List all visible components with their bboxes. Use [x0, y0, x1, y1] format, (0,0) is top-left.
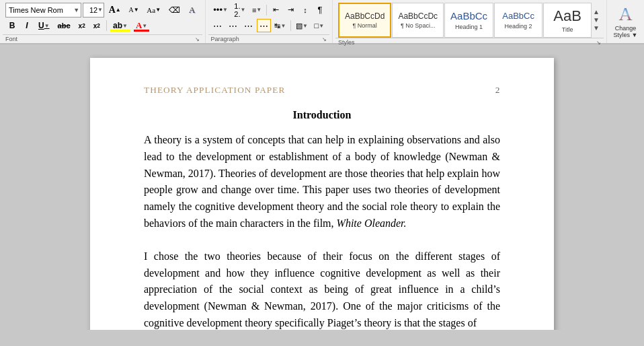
ribbon-main-row: Times New Rom ▼ 12 ▼ A▲ A▼ Aa▼ ⌫ A	[0, 0, 644, 43]
align-left-button[interactable]: ⋯	[211, 19, 225, 32]
styles-scroll-up[interactable]: ▲	[593, 9, 600, 15]
change-case-button[interactable]: Aa▼	[143, 3, 163, 18]
document-area: THEORY APPLICATION PAPER 2 Introduction …	[0, 44, 644, 330]
style-heading1[interactable]: AaBbCc Heading 1	[444, 3, 493, 38]
grow-font-button[interactable]: A▲	[106, 3, 124, 18]
italic-button[interactable]: I	[20, 19, 34, 32]
header-title: THEORY APPLICATION PAPER	[144, 85, 286, 96]
styles-arrows: ▲ ▼ ▼	[592, 7, 601, 33]
subscript-button[interactable]: x2	[75, 19, 89, 32]
paragraph-top-row: •••▼ 1.2.▼ ≡▼ ⇤ ⇥ ↕ ¶	[208, 0, 329, 18]
align-justify-button[interactable]: ⋯	[257, 19, 271, 32]
document-section-title: Introduction	[144, 109, 500, 121]
font-bottom-row: B I U▼ abc x2 x2 ab ▼ A ▼	[3, 18, 202, 34]
style-title-preview: AaB	[553, 7, 581, 25]
styles-group: AaBbCcDd ¶ Normal AaBbCcDc ¶ No Spaci...…	[333, 0, 606, 43]
font-name-box[interactable]: Times New Rom ▼	[5, 3, 81, 18]
style-no-spacing-label: ¶ No Spaci...	[401, 22, 435, 29]
borders-button[interactable]: □▼	[312, 19, 327, 32]
font-size-text: 12	[89, 6, 97, 14]
style-heading2[interactable]: AaBbCc Heading 2	[494, 3, 542, 38]
clear-formatting-button[interactable]: ⌫	[165, 3, 184, 18]
style-normal-preview: AaBbCcDd	[345, 11, 385, 21]
style-no-spacing[interactable]: AaBbCcDc ¶ No Spaci...	[392, 3, 444, 38]
styles-expand[interactable]: ▼	[593, 25, 600, 32]
styles-scroll-area: AaBbCcDd ¶ Normal AaBbCcDc ¶ No Spaci...…	[338, 3, 592, 38]
italic-film-title: White Oleander.	[337, 217, 407, 229]
align-right-button[interactable]: ⋯	[241, 19, 255, 32]
style-title-label: Title	[562, 26, 573, 33]
show-formatting-button[interactable]: ¶	[313, 3, 327, 17]
line-spacing-button[interactable]: ↹▼	[272, 19, 289, 32]
shading-button[interactable]: ▧▼	[293, 19, 311, 32]
divider3	[290, 20, 291, 31]
font-expand-icon[interactable]: ↘	[195, 36, 200, 42]
ribbon: Times New Rom ▼ 12 ▼ A▲ A▼ Aa▼ ⌫ A	[0, 0, 644, 44]
style-heading1-label: Heading 1	[455, 24, 483, 30]
style-normal[interactable]: AaBbCcDd ¶ Normal	[338, 3, 391, 38]
document-body: A theory is a system of concepts that ca…	[144, 132, 500, 330]
font-name-text: Times New Rom	[9, 6, 63, 14]
page-number: 2	[495, 85, 500, 96]
font-size-box[interactable]: 12 ▼	[83, 3, 104, 18]
increase-indent-button[interactable]: ⇥	[284, 3, 297, 17]
style-heading2-label: Heading 2	[505, 23, 532, 30]
paragraph-bottom-row: ⋯ ⋯ ⋯ ⋯ ↹▼ ▧▼ □▼	[208, 18, 329, 34]
font-top-row: Times New Rom ▼ 12 ▼ A▲ A▼ Aa▼ ⌫ A	[3, 0, 202, 18]
document-paragraph-2: I chose the two theories because of thei…	[144, 248, 500, 330]
change-styles-icon: A	[618, 5, 632, 24]
strikethrough-button[interactable]: abc	[54, 19, 74, 32]
underline-button[interactable]: U▼	[35, 19, 53, 32]
style-heading1-preview: AaBbCc	[450, 10, 487, 22]
paragraph-expand-icon[interactable]: ↘	[322, 36, 327, 42]
font-group: Times New Rom ▼ 12 ▼ A▲ A▼ Aa▼ ⌫ A	[0, 0, 206, 43]
text-highlight-button[interactable]: ab ▼	[110, 19, 131, 32]
page-header: THEORY APPLICATION PAPER 2	[144, 85, 500, 96]
change-styles-button[interactable]: A ChangeStyles ▼	[606, 0, 644, 43]
style-normal-label: ¶ Normal	[353, 22, 377, 29]
decrease-indent-button[interactable]: ⇤	[269, 3, 282, 17]
paragraph-group: •••▼ 1.2.▼ ≡▼ ⇤ ⇥ ↕ ¶ ⋯ ⋯ ⋯ ⋯ ↹▼ ▧▼	[206, 0, 333, 43]
style-heading2-preview: AaBbCc	[502, 11, 534, 22]
bold-button[interactable]: B	[5, 19, 19, 32]
shrink-font-button[interactable]: A▼	[126, 3, 143, 18]
font-name-dropdown-icon[interactable]: ▼	[73, 7, 79, 13]
styles-scroll-down[interactable]: ▼	[593, 17, 600, 24]
sort-button[interactable]: ↕	[298, 3, 312, 17]
font-size-dropdown-icon[interactable]: ▼	[97, 7, 103, 13]
paragraph-group-label: Paragraph ↘	[208, 34, 329, 43]
numbering-button[interactable]: 1.2.▼	[232, 3, 249, 17]
divider	[106, 20, 107, 31]
align-center-button[interactable]: ⋯	[226, 19, 240, 32]
style-title[interactable]: AaB Title	[543, 3, 592, 38]
font-group-label: Font ↘	[3, 34, 202, 43]
document-paragraph-1: A theory is a system of concepts that ca…	[144, 132, 500, 232]
document-page: THEORY APPLICATION PAPER 2 Introduction …	[90, 58, 554, 330]
style-no-spacing-preview: AaBbCcDc	[398, 11, 438, 21]
divider2	[266, 5, 267, 15]
superscript-button[interactable]: x2	[90, 19, 104, 32]
styles-items-row: AaBbCcDd ¶ Normal AaBbCcDc ¶ No Spaci...…	[335, 0, 604, 38]
styles-group-label: Styles ↘	[335, 38, 604, 46]
text-effects-button[interactable]: A	[185, 3, 200, 18]
font-color-button[interactable]: A ▼	[132, 19, 151, 32]
styles-expand-icon[interactable]: ↘	[596, 40, 601, 46]
change-styles-label: ChangeStyles ▼	[614, 25, 638, 38]
bullets-button[interactable]: •••▼	[211, 3, 231, 17]
multilevel-list-button[interactable]: ≡▼	[249, 3, 264, 17]
